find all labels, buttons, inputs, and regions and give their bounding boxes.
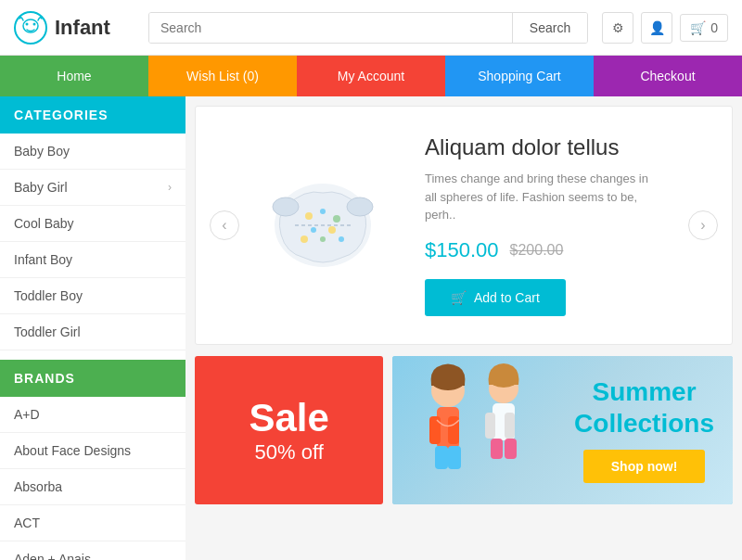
gear-icon: ⚙ <box>612 20 624 35</box>
svg-rect-26 <box>505 413 515 439</box>
sidebar-item-label: Infant Boy <box>14 252 72 267</box>
sidebar-item-baby-girl[interactable]: Baby Girl › <box>0 170 186 206</box>
sidebar-item-label: Absorba <box>14 479 62 494</box>
cart-icon: 🛒 <box>690 20 706 35</box>
sidebar-item-label: A+D <box>14 407 40 422</box>
search-bar: Search <box>148 12 588 44</box>
header: Infant Search ⚙ 👤 🛒 0 <box>0 0 742 56</box>
cart-count: 0 <box>710 20 718 35</box>
svg-point-5 <box>273 197 299 216</box>
svg-rect-25 <box>485 413 495 439</box>
svg-point-3 <box>33 22 36 25</box>
sidebar-item-about-face[interactable]: About Face Designs <box>0 433 186 469</box>
logo-icon <box>14 11 47 45</box>
slider-prev-button[interactable]: ‹ <box>210 210 239 240</box>
content-area: ‹ <box>186 96 742 560</box>
sidebar-item-label: Cool Baby <box>14 216 74 231</box>
featured-slider: ‹ <box>195 106 733 345</box>
product-image-area <box>258 165 388 286</box>
shop-now-button[interactable]: Shop now! <box>583 450 706 483</box>
product-description: Times change and bring these changes in … <box>425 170 651 224</box>
svg-rect-27 <box>491 439 503 459</box>
svg-point-7 <box>305 212 313 220</box>
product-image <box>262 165 383 286</box>
sidebar: CATEGORIES Baby Boy Baby Girl › Cool Bab… <box>0 96 186 560</box>
sidebar-item-toddler-girl[interactable]: Toddler Girl <box>0 314 186 350</box>
add-to-cart-label: Add to Cart <box>474 290 540 305</box>
logo: Infant <box>14 11 134 45</box>
sidebar-item-infant-boy[interactable]: Infant Boy <box>0 242 186 278</box>
product-info: Aliquam dolor tellus Times change and br… <box>406 125 670 325</box>
product-title: Aliquam dolor tellus <box>425 134 651 160</box>
banner-summer[interactable]: Summer Collections Shop now! <box>392 356 733 504</box>
svg-point-13 <box>301 235 308 243</box>
nav-wishlist[interactable]: Wish List (0) <box>148 56 297 96</box>
product-price: $150.00 $200.00 <box>425 238 651 262</box>
sidebar-item-label: Toddler Girl <box>14 325 81 339</box>
chevron-right-icon: › <box>168 181 172 194</box>
add-to-cart-button[interactable]: 🛒 Add to Cart <box>425 279 566 316</box>
cart-button[interactable]: 🛒 0 <box>680 14 728 42</box>
sidebar-item-baby-boy[interactable]: Baby Boy <box>0 134 186 170</box>
summer-text: Summer Collections Shop now! <box>574 376 714 483</box>
logo-text: Infant <box>55 16 110 40</box>
svg-point-12 <box>320 236 326 242</box>
sidebar-item-toddler-boy[interactable]: Toddler Boy <box>0 278 186 314</box>
sidebar-item-label: Baby Girl <box>14 180 68 195</box>
search-input[interactable] <box>149 13 512 43</box>
svg-point-11 <box>328 226 336 234</box>
svg-point-2 <box>26 22 29 25</box>
sidebar-item-label: About Face Designs <box>14 443 131 458</box>
svg-point-9 <box>333 215 340 223</box>
nav-account[interactable]: My Account <box>297 56 445 96</box>
main-nav: Home Wish List (0) My Account Shopping C… <box>0 56 742 96</box>
banners: Sale 50% off <box>195 356 733 504</box>
svg-point-6 <box>347 197 373 216</box>
sidebar-item-label: Toddler Boy <box>14 288 83 303</box>
sidebar-item-aden-anais[interactable]: Aden + Anais <box>0 541 186 560</box>
sidebar-item-absorba[interactable]: Absorba <box>0 469 186 505</box>
nav-checkout[interactable]: Checkout <box>594 56 742 96</box>
sidebar-item-act[interactable]: ACT <box>0 505 186 541</box>
kids-svg <box>402 356 550 502</box>
svg-rect-19 <box>448 416 459 444</box>
sidebar-item-label: Baby Boy <box>14 144 70 159</box>
brands-title: BRANDS <box>0 360 186 397</box>
banner-sale[interactable]: Sale 50% off <box>195 356 383 504</box>
nav-cart[interactable]: Shopping Cart <box>445 56 594 96</box>
slider-next-button[interactable]: › <box>688 210 718 240</box>
sidebar-item-label: ACT <box>14 515 40 530</box>
svg-rect-28 <box>505 439 517 459</box>
cart-icon: 🛒 <box>451 290 467 305</box>
search-button[interactable]: Search <box>512 13 587 43</box>
sidebar-item-apd[interactable]: A+D <box>0 397 186 433</box>
svg-point-0 <box>15 12 46 44</box>
sale-subtext: 50% off <box>255 440 324 465</box>
categories-title: CATEGORIES <box>0 96 186 134</box>
header-icons: ⚙ 👤 🛒 0 <box>602 12 728 44</box>
account-button[interactable]: 👤 <box>641 12 672 44</box>
nav-home[interactable]: Home <box>0 56 148 96</box>
svg-rect-18 <box>429 416 441 444</box>
svg-rect-21 <box>448 446 461 469</box>
kids-figures <box>402 356 550 504</box>
price-old: $200.00 <box>510 242 564 259</box>
sidebar-item-label: Aden + Anais <box>14 552 91 560</box>
sale-text: Sale <box>249 396 328 440</box>
user-icon: 👤 <box>649 20 665 35</box>
main-layout: CATEGORIES Baby Boy Baby Girl › Cool Bab… <box>0 96 742 560</box>
sidebar-item-cool-baby[interactable]: Cool Baby <box>0 206 186 242</box>
summer-title: Summer Collections <box>574 376 714 439</box>
svg-point-14 <box>339 236 344 242</box>
settings-button[interactable]: ⚙ <box>602 12 633 44</box>
svg-point-8 <box>320 209 326 214</box>
svg-rect-20 <box>435 446 448 469</box>
svg-point-10 <box>311 227 316 233</box>
price-current: $150.00 <box>425 238 499 262</box>
